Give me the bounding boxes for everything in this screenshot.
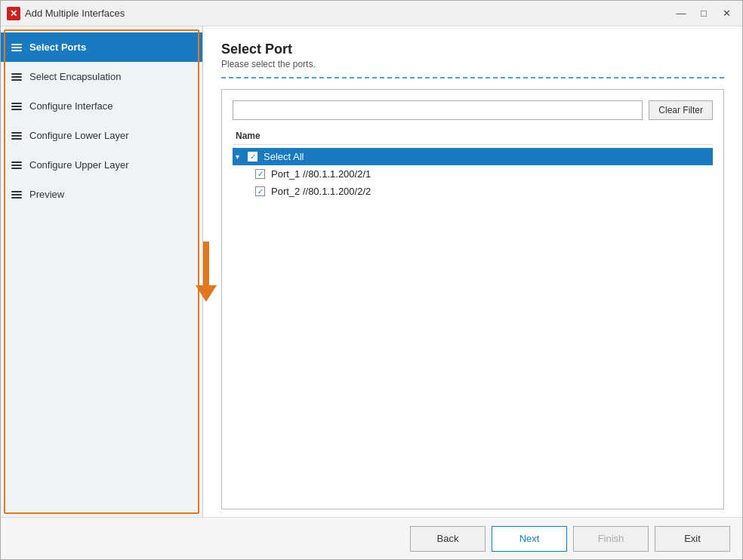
tree-label-select-all: Select All [264, 151, 304, 162]
window-controls: — □ ✕ [671, 6, 736, 21]
close-button[interactable]: ✕ [717, 6, 736, 21]
checkbox-select-all[interactable] [248, 152, 257, 162]
tree-body: ▾ Select All Port_1 //80.1.1.200/2/1 Por… [233, 148, 713, 498]
page-subtitle: Please select the ports. [221, 59, 724, 69]
page-title: Select Port [221, 42, 724, 57]
expand-icon: ▾ [236, 152, 245, 161]
sidebar-label-configure-interface: Configure Interface [29, 100, 113, 112]
sidebar-label-select-ports: Select Ports [29, 42, 86, 53]
port-selector-panel: Clear Filter Name ▾ Select All Port [221, 89, 724, 509]
menu-icon [11, 103, 22, 110]
content-area: Select Ports Select Encapsulation Config… [1, 26, 742, 517]
clear-filter-button[interactable]: Clear Filter [649, 100, 713, 120]
maximize-button[interactable]: □ [694, 6, 714, 21]
menu-icon [11, 191, 22, 198]
sidebar-label-preview: Preview [29, 189, 64, 200]
app-icon: ✕ [7, 7, 20, 20]
sidebar-label-configure-lower-layer: Configure Lower Layer [29, 130, 129, 141]
menu-icon [11, 162, 22, 169]
tree-column-header: Name [233, 128, 713, 145]
tree-row-port2[interactable]: Port_2 //80.1.1.200/2/2 [233, 183, 713, 200]
main-panel: Select Port Please select the ports. Cle… [203, 26, 742, 517]
window-title: Add Multiple Interfaces [25, 8, 671, 19]
tree-label-port1: Port_1 //80.1.1.200/2/1 [271, 168, 371, 180]
filter-input[interactable] [233, 100, 643, 120]
app-window: ✕ Add Multiple Interfaces — □ ✕ Select P… [0, 0, 743, 560]
menu-icon [11, 73, 22, 81]
sidebar-item-configure-lower-layer[interactable]: Configure Lower Layer [1, 121, 202, 150]
bottom-bar: Back Next Finish Exit [1, 517, 742, 559]
tree-row-port1[interactable]: Port_1 //80.1.1.200/2/1 [233, 165, 713, 183]
page-header: Select Port Please select the ports. [221, 42, 724, 69]
sidebar-item-configure-interface[interactable]: Configure Interface [1, 91, 202, 121]
sidebar-item-preview[interactable]: Preview [1, 180, 202, 209]
filter-row: Clear Filter [233, 100, 713, 120]
title-bar: ✕ Add Multiple Interfaces — □ ✕ [1, 1, 742, 26]
tree-label-port2: Port_2 //80.1.1.200/2/2 [271, 186, 371, 197]
menu-icon [11, 132, 22, 140]
svg-text:✕: ✕ [10, 8, 17, 19]
checkbox-port2[interactable] [255, 186, 265, 196]
sidebar-label-select-encapsulation: Select Encapsulation [29, 71, 121, 82]
sidebar-label-configure-upper-layer: Configure Upper Layer [29, 159, 129, 171]
back-button[interactable]: Back [410, 526, 486, 552]
menu-icon [11, 44, 22, 51]
next-button[interactable]: Next [492, 526, 567, 552]
minimize-button[interactable]: — [671, 6, 691, 21]
tree-row-select-all[interactable]: ▾ Select All [233, 148, 713, 165]
sidebar: Select Ports Select Encapsulation Config… [1, 26, 203, 517]
finish-button[interactable]: Finish [573, 526, 649, 552]
sidebar-item-select-ports[interactable]: Select Ports [1, 32, 202, 62]
checkbox-port1[interactable] [255, 169, 265, 179]
sidebar-item-select-encapsulation[interactable]: Select Encapsulation [1, 62, 202, 91]
sidebar-item-configure-upper-layer[interactable]: Configure Upper Layer [1, 150, 202, 180]
exit-button[interactable]: Exit [655, 526, 730, 552]
section-divider [221, 77, 724, 78]
